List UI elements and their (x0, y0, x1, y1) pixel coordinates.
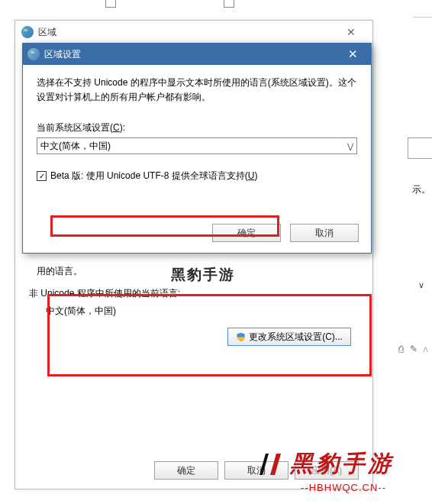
ok-button[interactable]: 确定 (154, 461, 218, 480)
utf8-checkbox-row[interactable]: ✓ Beta 版: 使用 Unicode UTF-8 提供全球语言支持(U) (37, 170, 357, 183)
cancel-button[interactable]: 取消 (290, 224, 359, 242)
shield-icon (236, 332, 246, 342)
watermark-text-center: 黑豹手游 (171, 265, 235, 285)
globe-icon (27, 48, 40, 60)
non-unicode-label: 非 Unicode 程序中所使用的当前语言: (29, 287, 359, 300)
bg-toolbar-partial: ⎙ ✎ ⋀ (398, 344, 430, 354)
change-button-label: 更改系统区域设置(C)... (249, 331, 343, 344)
utf8-checkbox[interactable]: ✓ (37, 171, 47, 181)
ok-button[interactable]: 确定 (212, 224, 281, 242)
locale-label: 当前系统区域设置(C): (37, 121, 357, 134)
inner-button-row: 确定 取消 (212, 224, 359, 242)
cancel-button[interactable]: 取消 (224, 461, 289, 480)
dialog-description: 选择在不支持 Unicode 的程序中显示文本时所使用的语言(系统区域设置)。这… (37, 76, 357, 105)
watermark-url: --HBHWQC.CN-- (301, 482, 386, 493)
bg-decor (413, 17, 432, 18)
locale-select[interactable]: 中文(简体，中国) ⋁ (37, 137, 357, 154)
change-system-locale-button[interactable]: 更改系统区域设置(C)... (227, 328, 351, 346)
bg-text-partial: 示。 (412, 183, 430, 196)
utf8-checkbox-label: Beta 版: 使用 Unicode UTF-8 提供全球语言支持(U) (50, 170, 257, 183)
close-icon[interactable]: ✕ (339, 44, 366, 65)
bg-dropdown-partial[interactable]: ∨ (408, 137, 432, 159)
outer-window-title: 区域 (38, 26, 336, 39)
chevron-down-icon: ∨ (418, 280, 424, 290)
close-icon[interactable]: ✕ (336, 21, 366, 44)
bg-decor (105, 0, 116, 8)
chevron-down-icon: ⋁ (347, 142, 353, 150)
region-settings-dialog: 区域设置 ✕ 选择在不支持 Unicode 的程序中显示文本时所使用的语言(系统… (22, 43, 372, 254)
current-language-value: 中文(简体，中国) (46, 305, 359, 318)
globe-icon (21, 26, 34, 38)
outer-titlebar: 区域 ✕ (15, 21, 372, 44)
outer-button-row: 确定 取消 应用(A) (15, 461, 372, 480)
apply-button[interactable]: 应用(A) (295, 461, 359, 480)
inner-titlebar: 区域设置 ✕ (23, 44, 371, 65)
inner-window-title: 区域设置 (44, 48, 339, 61)
bg-decor (224, 0, 234, 8)
locale-select-value: 中文(简体，中国) (40, 140, 111, 153)
